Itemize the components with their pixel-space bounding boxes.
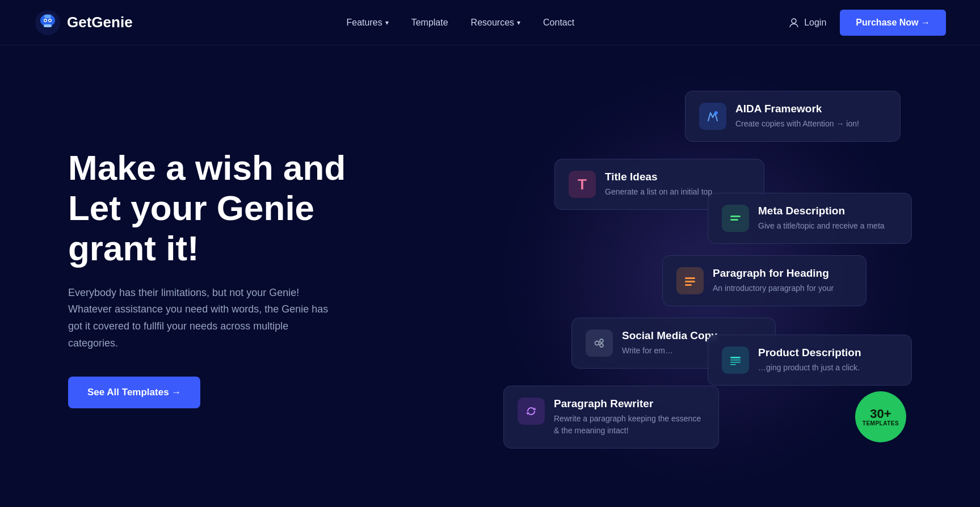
- svg-rect-13: [685, 281, 695, 282]
- svg-rect-12: [685, 277, 695, 279]
- svg-rect-10: [730, 216, 741, 217]
- badge-label: TEMPLATES: [863, 420, 899, 426]
- aida-desc: Create copies with Attention → ion!: [735, 118, 859, 130]
- navbar: GetGenie Features Template Resources Con…: [0, 0, 980, 45]
- paragraph-heading-desc: An introductory paragraph for your: [713, 282, 834, 294]
- svg-rect-20: [730, 357, 741, 358]
- meta-title: Meta Description: [758, 205, 885, 217]
- logo[interactable]: GetGenie: [34, 9, 133, 36]
- user-icon: [788, 17, 800, 28]
- social-icon: [586, 329, 613, 357]
- hero-section: Make a wish and Let your Genie grant it!…: [0, 45, 980, 507]
- social-title: Social Media Copy: [622, 329, 717, 342]
- svg-point-9: [714, 111, 718, 115]
- title-ideas-title: Title Ideas: [605, 171, 720, 183]
- template-cards-area: AIDA Framework Create copies with Attent…: [420, 79, 923, 476]
- see-all-templates-button[interactable]: See All Templates →: [68, 377, 200, 408]
- card-paragraph-heading[interactable]: Paragraph for Heading An introductory pa…: [662, 255, 867, 306]
- rewriter-title: Paragraph Rewriter: [554, 398, 705, 410]
- svg-point-16: [600, 339, 603, 343]
- social-desc: Write for em…: [622, 345, 717, 357]
- logo-text: GetGenie: [67, 14, 133, 31]
- title-ideas-icon: T: [569, 171, 596, 198]
- templates-badge: 30+ TEMPLATES: [855, 391, 906, 442]
- hero-subtitle: Everybody has their limitations, but not…: [68, 285, 329, 352]
- logo-icon: [34, 9, 61, 36]
- svg-point-6: [49, 19, 51, 21]
- product-title: Product Description: [758, 347, 861, 359]
- svg-point-8: [792, 19, 796, 23]
- card-rewriter[interactable]: Paragraph Rewriter Rewrite a paragraph k…: [503, 386, 719, 449]
- paragraph-heading-title: Paragraph for Heading: [713, 267, 834, 280]
- meta-desc: Give a title/topic and receive a meta: [758, 220, 885, 232]
- purchase-button[interactable]: Purchase Now →: [840, 10, 946, 36]
- svg-rect-7: [44, 24, 52, 27]
- product-desc: …ging product th just a click.: [758, 362, 861, 374]
- svg-rect-14: [685, 284, 692, 286]
- nav-contact[interactable]: Contact: [543, 18, 574, 28]
- badge-number: 30+: [870, 408, 891, 420]
- nav-links: Features Template Resources Contact: [347, 18, 575, 28]
- aida-icon: [699, 103, 726, 130]
- paragraph-heading-icon: [676, 267, 704, 294]
- meta-icon: [722, 205, 749, 232]
- card-product[interactable]: Product Description …ging product th jus…: [708, 335, 912, 386]
- svg-rect-2: [44, 15, 51, 18]
- hero-content: Make a wish and Let your Genie grant it!…: [68, 147, 386, 409]
- svg-point-5: [45, 19, 47, 21]
- hero-title: Make a wish and Let your Genie grant it!: [68, 147, 386, 269]
- svg-rect-22: [730, 362, 741, 363]
- svg-point-15: [595, 341, 599, 345]
- svg-rect-21: [730, 360, 741, 361]
- card-aida[interactable]: AIDA Framework Create copies with Attent…: [685, 91, 901, 142]
- nav-template[interactable]: Template: [411, 18, 448, 28]
- login-link[interactable]: Login: [788, 17, 826, 28]
- rewriter-icon: [518, 398, 545, 425]
- nav-actions: Login Purchase Now →: [788, 10, 946, 36]
- card-meta[interactable]: Meta Description Give a title/topic and …: [708, 193, 912, 244]
- svg-rect-23: [730, 364, 736, 365]
- product-icon: [722, 347, 749, 374]
- svg-point-17: [600, 344, 603, 347]
- nav-resources[interactable]: Resources: [471, 18, 520, 28]
- nav-features[interactable]: Features: [347, 18, 389, 28]
- svg-rect-11: [730, 219, 738, 221]
- aida-title: AIDA Framework: [735, 103, 859, 115]
- rewriter-desc: Rewrite a paragraph keeping the essence …: [554, 413, 705, 437]
- title-ideas-desc: Generate a list on an initial top…: [605, 186, 720, 198]
